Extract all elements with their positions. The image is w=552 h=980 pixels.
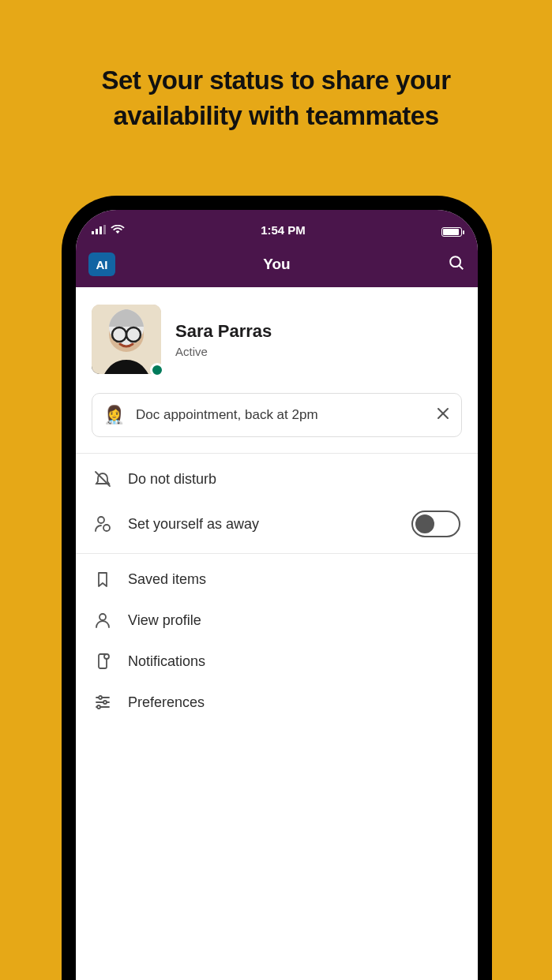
close-icon[interactable] [436, 406, 450, 424]
svg-point-15 [103, 525, 110, 531]
person-away-icon [93, 514, 112, 533]
svg-point-16 [100, 614, 106, 620]
phone-screen: 1:54 PM AI You [76, 210, 478, 980]
device-notification-icon [93, 652, 112, 671]
search-icon[interactable] [448, 254, 465, 275]
status-input[interactable]: 👩‍⚕️ Doc appointment, back at 2pm [92, 393, 462, 437]
svg-point-24 [97, 705, 100, 709]
screen-title: You [263, 256, 290, 273]
sliders-icon [93, 693, 112, 712]
avatar[interactable] [92, 305, 161, 374]
signal-icon [92, 223, 106, 237]
profile-header[interactable]: Sara Parras Active [76, 287, 478, 382]
user-name: Sara Parras [175, 321, 272, 342]
menu-label: View profile [128, 612, 460, 629]
svg-rect-1 [96, 229, 98, 234]
menu-item-profile[interactable]: View profile [76, 600, 478, 641]
person-icon [93, 611, 112, 630]
menu-label: Saved items [128, 571, 460, 588]
wifi-icon [111, 223, 125, 237]
bell-off-icon [93, 469, 112, 488]
menu-label: Preferences [128, 694, 460, 711]
menu-section-availability: Do not disturb Set yourself as away [76, 454, 478, 553]
bookmark-icon [93, 570, 112, 589]
clock-time: 1:54 PM [261, 223, 306, 237]
status-emoji-icon: 👩‍⚕️ [103, 405, 125, 425]
menu-label: Set yourself as away [128, 516, 396, 533]
svg-point-4 [450, 256, 460, 267]
svg-point-22 [103, 701, 107, 704]
svg-rect-2 [100, 226, 102, 234]
menu-label: Notifications [128, 653, 460, 670]
menu-item-preferences[interactable]: Preferences [76, 682, 478, 723]
menu-item-away[interactable]: Set yourself as away [76, 499, 478, 548]
battery-icon [441, 227, 462, 237]
svg-rect-0 [92, 231, 94, 234]
menu-item-saved[interactable]: Saved items [76, 559, 478, 600]
menu-item-notifications[interactable]: Notifications [76, 641, 478, 682]
status-text: Doc appointment, back at 2pm [136, 407, 425, 423]
app-navbar: AI You [76, 241, 478, 287]
presence-label: Active [175, 345, 272, 358]
svg-line-5 [460, 266, 464, 270]
presence-indicator [150, 363, 164, 377]
svg-point-14 [98, 517, 104, 523]
ios-status-bar: 1:54 PM [76, 210, 478, 241]
menu-section-more: Saved items View profile Notifications [76, 554, 478, 728]
menu-item-dnd[interactable]: Do not disturb [76, 458, 478, 499]
svg-point-20 [99, 696, 102, 699]
content-area: Sara Parras Active 👩‍⚕️ Doc appointment,… [76, 287, 478, 980]
away-toggle[interactable] [411, 511, 460, 537]
toggle-knob [415, 514, 434, 533]
workspace-badge[interactable]: AI [88, 252, 115, 276]
svg-rect-3 [103, 225, 106, 234]
phone-frame: 1:54 PM AI You [62, 196, 492, 980]
menu-label: Do not disturb [128, 471, 460, 488]
svg-point-18 [104, 654, 109, 659]
promo-headline: Set your status to share your availabili… [0, 0, 552, 133]
